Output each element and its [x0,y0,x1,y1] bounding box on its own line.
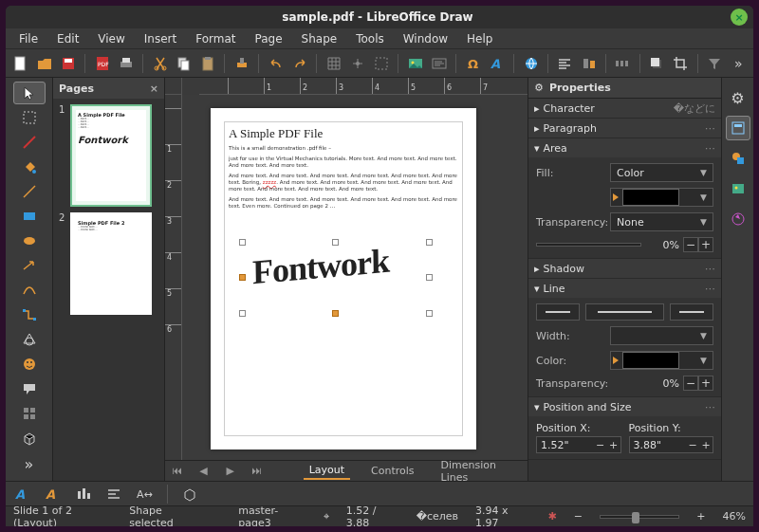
menu-view[interactable]: View [90,30,132,47]
expand-toolbar-button[interactable]: » [13,452,46,475]
line-style-dropdown[interactable] [585,303,664,321]
insert-fontwork-button[interactable]: A [488,53,506,74]
sidebar-settings-button[interactable]: ⚙ [726,85,750,110]
redo-button[interactable] [290,53,308,74]
toolbar-menu-button[interactable]: » [730,53,748,74]
fill-color-tool[interactable] [13,156,46,178]
status-save-icon[interactable]: ✱ [548,510,557,523]
tab-controls[interactable]: Controls [365,463,420,479]
section-shadow[interactable]: ▸ Shadow ⋯ [528,259,721,278]
paste-button[interactable] [198,53,216,74]
menu-window[interactable]: Window [396,30,455,47]
fill-color-dropdown[interactable]: ▼ [610,188,713,207]
menu-format[interactable]: Format [188,30,243,47]
new-button[interactable] [11,53,29,74]
section-area[interactable]: ▾ Area ⋯ [528,138,721,157]
filter-button[interactable] [706,53,724,74]
sidebar-navigator-tab[interactable] [726,207,750,231]
fontwork-spacing-button[interactable]: A↔ [135,484,156,504]
zoom-out-button[interactable]: − [574,510,583,523]
snap-button[interactable] [348,53,366,74]
callout-tool[interactable] [13,377,46,400]
position-y-input[interactable]: 3.88"−+ [629,436,714,453]
stars-tool[interactable] [13,402,46,425]
doc-paragraph-1[interactable]: This is a small demonstration .pdf file … [229,145,458,152]
character-options-icon[interactable]: �などに [674,101,715,116]
align-objects-button[interactable] [580,53,598,74]
shadow-options-icon[interactable]: ⋯ [705,263,715,275]
next-slide-button[interactable]: ▶ [225,465,236,477]
line-start-style[interactable] [536,303,580,321]
menu-shape[interactable]: Shape [294,30,345,47]
zoom-slider[interactable] [600,515,679,519]
line-color-tool[interactable] [13,131,46,154]
line-tool[interactable] [13,180,46,203]
canvas-viewport[interactable]: A Simple PDF File This is a small demons… [182,95,528,460]
grid-button[interactable] [324,53,342,74]
hyperlink-button[interactable] [522,53,540,74]
extrusion-toggle-button[interactable] [179,484,200,504]
sidebar-properties-tab[interactable] [726,116,750,140]
menu-file[interactable]: File [11,30,46,47]
area-options-icon[interactable]: ⋯ [705,142,715,155]
transparency-decrease[interactable]: − [683,237,698,252]
select-tool[interactable] [13,82,46,104]
vertical-ruler[interactable]: 1 2 3 4 5 6 [165,95,182,460]
section-character[interactable]: ▸ Character �などに [528,99,721,118]
position-x-input[interactable]: 1.52"−+ [536,436,621,453]
zoom-in-button[interactable]: + [696,510,705,523]
menu-tools[interactable]: Tools [348,30,392,47]
window-close-button[interactable]: × [731,9,748,26]
crop-button[interactable] [672,53,690,74]
line-width-dropdown[interactable]: ▼ [610,326,713,345]
menu-insert[interactable]: Insert [137,30,184,47]
fontwork-alignment-button[interactable] [104,484,125,504]
horizontal-ruler[interactable]: 1 2 3 4 5 6 7 [199,78,528,95]
curve-tool[interactable] [13,279,46,302]
save-button[interactable] [59,53,77,74]
section-position-size[interactable]: ▾ Position and Size ⋯ [528,397,721,416]
menu-page[interactable]: Page [248,30,290,47]
prev-slide-button[interactable]: ◀ [197,465,209,477]
transparency-type-dropdown[interactable]: None▼ [610,212,713,231]
arrow-tool[interactable] [13,254,46,277]
export-pdf-button[interactable]: PDF [93,53,111,74]
copy-button[interactable] [175,53,193,74]
sidebar-gallery-tab[interactable] [726,176,750,201]
pages-panel-close-icon[interactable]: × [150,83,158,95]
ellipse-tool[interactable] [13,229,46,252]
insert-image-button[interactable] [406,53,424,74]
doc-paragraph-4[interactable]: And more text. And more text. And more t… [229,196,458,210]
line-options-icon[interactable]: ⋯ [705,283,715,295]
zoom-value[interactable]: 46% [723,510,746,523]
align-left-button[interactable] [556,53,574,74]
clone-formatting-button[interactable] [232,53,250,74]
menu-edit[interactable]: Edit [49,30,86,47]
sidebar-shapes-tab[interactable] [726,146,750,171]
insert-textbox-button[interactable] [430,53,448,74]
line-color-dropdown[interactable]: ▼ [610,351,713,370]
basic-shapes-tool[interactable] [13,328,46,351]
first-slide-button[interactable]: ⏮ [171,465,182,477]
zoom-pan-tool[interactable] [13,106,46,129]
doc-paragraph-3[interactable]: And more text. And more text. And more t… [229,173,458,193]
page-1[interactable]: A Simple PDF File This is a small demons… [211,108,476,449]
line-transp-increase[interactable]: + [698,376,713,391]
insert-special-char-button[interactable]: Ω [464,53,482,74]
page-thumbnail-2[interactable]: Simple PDF File 2 …more text……more text… [70,212,152,315]
fontwork-same-heights-button[interactable] [74,484,95,504]
undo-button[interactable] [267,53,285,74]
fontwork-gallery-button[interactable]: A [13,484,34,504]
print-button[interactable] [117,53,135,74]
fontwork-object[interactable]: Fontwork [243,243,429,313]
status-master[interactable]: master-page3 [238,504,306,527]
rectangle-tool[interactable] [13,205,46,228]
open-button[interactable] [35,53,53,74]
section-line[interactable]: ▾ Line ⋯ [528,279,721,298]
distribute-button[interactable] [614,53,632,74]
fontwork-shape-button[interactable]: A [44,484,65,504]
line-end-style[interactable] [670,303,713,321]
transparency-slider[interactable] [536,243,641,247]
helplines-button[interactable] [372,53,390,74]
possize-options-icon[interactable]: ⋯ [705,401,715,413]
